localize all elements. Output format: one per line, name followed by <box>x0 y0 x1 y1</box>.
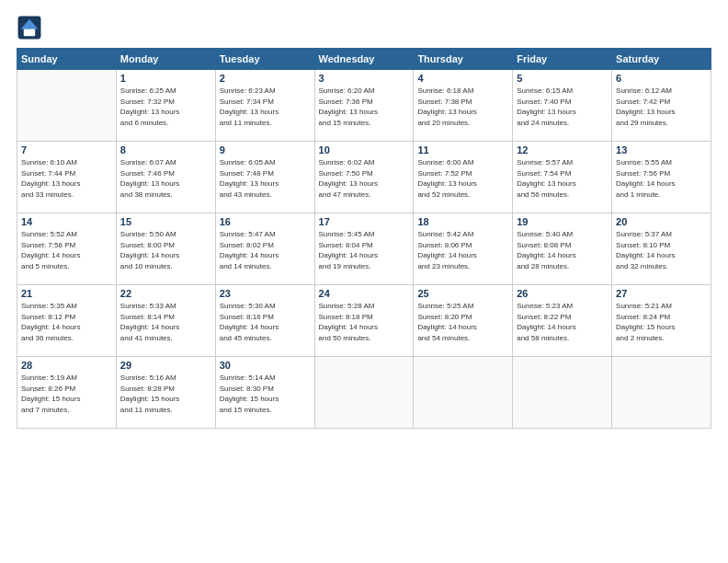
calendar-cell: 23Sunrise: 5:30 AM Sunset: 8:16 PM Dayli… <box>215 285 314 357</box>
calendar-cell: 21Sunrise: 5:35 AM Sunset: 8:12 PM Dayli… <box>17 285 117 357</box>
calendar-cell <box>17 70 117 142</box>
day-info: Sunrise: 6:15 AM Sunset: 7:40 PM Dayligh… <box>517 86 608 128</box>
day-info: Sunrise: 5:45 AM Sunset: 8:04 PM Dayligh… <box>319 229 410 271</box>
day-info: Sunrise: 5:50 AM Sunset: 8:00 PM Dayligh… <box>120 229 211 271</box>
calendar-cell: 4Sunrise: 6:18 AM Sunset: 7:38 PM Daylig… <box>414 70 513 142</box>
svg-rect-2 <box>24 29 35 37</box>
calendar-cell: 10Sunrise: 6:02 AM Sunset: 7:50 PM Dayli… <box>314 142 414 213</box>
weekday-thursday: Thursday <box>414 49 513 70</box>
day-info: Sunrise: 6:25 AM Sunset: 7:32 PM Dayligh… <box>120 86 211 128</box>
day-number: 22 <box>120 288 211 299</box>
week-row-5: 28Sunrise: 5:19 AM Sunset: 8:26 PM Dayli… <box>17 357 711 429</box>
day-info: Sunrise: 6:05 AM Sunset: 7:48 PM Dayligh… <box>220 157 311 200</box>
weekday-wednesday: Wednesday <box>314 49 414 70</box>
day-number: 6 <box>616 73 707 84</box>
week-row-2: 7Sunrise: 6:10 AM Sunset: 7:44 PM Daylig… <box>17 142 711 213</box>
calendar-cell: 28Sunrise: 5:19 AM Sunset: 8:26 PM Dayli… <box>17 357 117 429</box>
calendar-cell: 6Sunrise: 6:12 AM Sunset: 7:42 PM Daylig… <box>612 70 711 142</box>
calendar-cell: 25Sunrise: 5:25 AM Sunset: 8:20 PM Dayli… <box>414 285 513 357</box>
week-row-1: 1Sunrise: 6:25 AM Sunset: 7:32 PM Daylig… <box>17 70 711 142</box>
day-info: Sunrise: 5:55 AM Sunset: 7:56 PM Dayligh… <box>616 157 707 200</box>
day-info: Sunrise: 5:30 AM Sunset: 8:16 PM Dayligh… <box>220 301 311 343</box>
calendar-cell <box>414 357 513 429</box>
calendar-cell: 13Sunrise: 5:55 AM Sunset: 7:56 PM Dayli… <box>612 142 711 213</box>
calendar-cell: 8Sunrise: 6:07 AM Sunset: 7:46 PM Daylig… <box>116 142 215 213</box>
calendar-cell: 2Sunrise: 6:23 AM Sunset: 7:34 PM Daylig… <box>215 70 314 142</box>
day-number: 8 <box>120 144 211 155</box>
day-number: 3 <box>319 73 410 84</box>
day-number: 12 <box>517 144 608 155</box>
day-info: Sunrise: 5:52 AM Sunset: 7:58 PM Dayligh… <box>21 229 112 271</box>
day-info: Sunrise: 5:35 AM Sunset: 8:12 PM Dayligh… <box>21 301 112 343</box>
day-number: 29 <box>120 360 211 371</box>
day-info: Sunrise: 6:18 AM Sunset: 7:38 PM Dayligh… <box>417 86 508 128</box>
day-info: Sunrise: 5:23 AM Sunset: 8:22 PM Dayligh… <box>517 301 608 343</box>
day-info: Sunrise: 6:02 AM Sunset: 7:50 PM Dayligh… <box>319 157 410 200</box>
day-number: 4 <box>417 73 508 84</box>
day-info: Sunrise: 5:40 AM Sunset: 8:08 PM Dayligh… <box>517 229 608 271</box>
logo-icon <box>17 15 42 40</box>
calendar-cell: 7Sunrise: 6:10 AM Sunset: 7:44 PM Daylig… <box>17 142 117 213</box>
calendar-cell: 3Sunrise: 6:20 AM Sunset: 7:36 PM Daylig… <box>314 70 414 142</box>
calendar-cell: 15Sunrise: 5:50 AM Sunset: 8:00 PM Dayli… <box>116 213 215 285</box>
day-info: Sunrise: 6:20 AM Sunset: 7:36 PM Dayligh… <box>319 86 410 128</box>
calendar-cell: 26Sunrise: 5:23 AM Sunset: 8:22 PM Dayli… <box>513 285 612 357</box>
calendar-cell <box>314 357 414 429</box>
day-number: 27 <box>616 288 707 299</box>
day-number: 14 <box>21 216 112 227</box>
calendar-cell: 22Sunrise: 5:33 AM Sunset: 8:14 PM Dayli… <box>116 285 215 357</box>
day-info: Sunrise: 5:42 AM Sunset: 8:06 PM Dayligh… <box>417 229 508 271</box>
calendar-cell: 24Sunrise: 5:28 AM Sunset: 8:18 PM Dayli… <box>314 285 414 357</box>
day-number: 30 <box>220 360 311 371</box>
day-number: 2 <box>220 73 311 84</box>
calendar-cell: 19Sunrise: 5:40 AM Sunset: 8:08 PM Dayli… <box>513 213 612 285</box>
day-info: Sunrise: 5:33 AM Sunset: 8:14 PM Dayligh… <box>120 301 211 343</box>
calendar-cell: 20Sunrise: 5:37 AM Sunset: 8:10 PM Dayli… <box>612 213 711 285</box>
day-number: 9 <box>220 144 311 155</box>
page: SundayMondayTuesdayWednesdayThursdayFrid… <box>0 0 728 563</box>
day-number: 28 <box>21 360 112 371</box>
day-number: 11 <box>417 144 508 155</box>
day-number: 26 <box>517 288 608 299</box>
calendar-cell <box>513 357 612 429</box>
weekday-monday: Monday <box>116 49 215 70</box>
day-number: 21 <box>21 288 112 299</box>
day-number: 1 <box>120 73 211 84</box>
calendar-body: 1Sunrise: 6:25 AM Sunset: 7:32 PM Daylig… <box>17 70 711 429</box>
calendar-cell: 1Sunrise: 6:25 AM Sunset: 7:32 PM Daylig… <box>116 70 215 142</box>
day-number: 25 <box>417 288 508 299</box>
day-info: Sunrise: 6:00 AM Sunset: 7:52 PM Dayligh… <box>417 157 508 200</box>
calendar-cell: 16Sunrise: 5:47 AM Sunset: 8:02 PM Dayli… <box>215 213 314 285</box>
day-number: 23 <box>220 288 311 299</box>
week-row-4: 21Sunrise: 5:35 AM Sunset: 8:12 PM Dayli… <box>17 285 711 357</box>
day-info: Sunrise: 5:47 AM Sunset: 8:02 PM Dayligh… <box>220 229 311 271</box>
day-number: 15 <box>120 216 211 227</box>
day-info: Sunrise: 6:23 AM Sunset: 7:34 PM Dayligh… <box>220 86 311 128</box>
day-number: 24 <box>319 288 410 299</box>
calendar-table: SundayMondayTuesdayWednesdayThursdayFrid… <box>17 48 711 429</box>
week-row-3: 14Sunrise: 5:52 AM Sunset: 7:58 PM Dayli… <box>17 213 711 285</box>
day-number: 20 <box>616 216 707 227</box>
day-info: Sunrise: 6:10 AM Sunset: 7:44 PM Dayligh… <box>21 157 112 200</box>
day-info: Sunrise: 6:07 AM Sunset: 7:46 PM Dayligh… <box>120 157 211 200</box>
day-info: Sunrise: 6:12 AM Sunset: 7:42 PM Dayligh… <box>616 86 707 128</box>
day-number: 5 <box>517 73 608 84</box>
day-info: Sunrise: 5:28 AM Sunset: 8:18 PM Dayligh… <box>319 301 410 343</box>
weekday-friday: Friday <box>513 49 612 70</box>
weekday-header-row: SundayMondayTuesdayWednesdayThursdayFrid… <box>17 49 711 70</box>
day-number: 17 <box>319 216 410 227</box>
weekday-saturday: Saturday <box>612 49 711 70</box>
calendar-cell: 17Sunrise: 5:45 AM Sunset: 8:04 PM Dayli… <box>314 213 414 285</box>
calendar-cell: 9Sunrise: 6:05 AM Sunset: 7:48 PM Daylig… <box>215 142 314 213</box>
logo <box>17 15 46 40</box>
day-info: Sunrise: 5:14 AM Sunset: 8:30 PM Dayligh… <box>220 373 311 415</box>
calendar-cell: 18Sunrise: 5:42 AM Sunset: 8:06 PM Dayli… <box>414 213 513 285</box>
day-info: Sunrise: 5:16 AM Sunset: 8:28 PM Dayligh… <box>120 373 211 415</box>
calendar-cell: 12Sunrise: 5:57 AM Sunset: 7:54 PM Dayli… <box>513 142 612 213</box>
day-info: Sunrise: 5:21 AM Sunset: 8:24 PM Dayligh… <box>616 301 707 343</box>
day-number: 16 <box>220 216 311 227</box>
day-number: 7 <box>21 144 112 155</box>
calendar-cell: 29Sunrise: 5:16 AM Sunset: 8:28 PM Dayli… <box>116 357 215 429</box>
calendar-cell <box>612 357 711 429</box>
day-number: 10 <box>319 144 410 155</box>
